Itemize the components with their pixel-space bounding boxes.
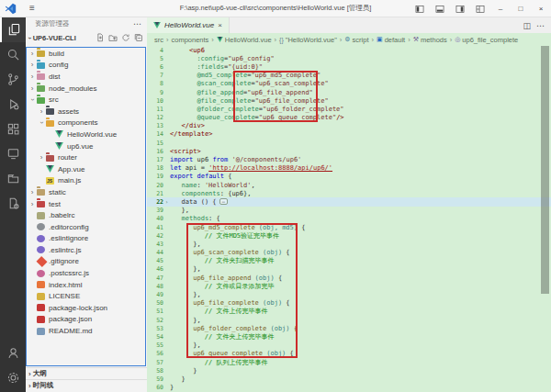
code-line-13[interactable]: 13</div>	[147, 122, 551, 130]
collapse-all-icon[interactable]	[134, 33, 143, 44]
tree-item-assets[interactable]: ›assets	[27, 106, 145, 118]
code-line-20[interactable]: 20name: 'HelloWorld',	[147, 181, 551, 189]
folded-code-pill[interactable]: ⋯	[219, 198, 229, 205]
chevron-icon[interactable]: ›	[38, 153, 45, 162]
sidebar-more-icon[interactable]: ⋯	[133, 19, 141, 28]
code-line-18[interactable]: 18let api = 'http://localhost:8888/api/u…	[147, 164, 551, 173]
code-line-19[interactable]: 19export default {	[147, 173, 551, 181]
tree-item-app-vue[interactable]: App.vue	[27, 163, 145, 175]
code-line-9[interactable]: 9@file_append="up6_file_append"	[147, 88, 551, 96]
maximize-button[interactable]: □	[511, 0, 531, 17]
code-line-8[interactable]: 8@scan_complete="up6_scan_complete"	[147, 80, 551, 88]
tree-item-package-lock-json[interactable]: package-lock.json	[27, 302, 145, 314]
code-line-42[interactable]: 42// 文件MD5验证完毕事件	[147, 231, 551, 240]
search-icon[interactable]	[0, 42, 26, 67]
code-line-46[interactable]: 46},	[147, 265, 551, 274]
code-line-6[interactable]: 6:fields="{uid:0}"	[147, 62, 551, 71]
breadcrumb-item-7[interactable]: ◎up6_file_complete	[455, 36, 518, 44]
chevron-icon[interactable]: ›	[28, 96, 37, 104]
code-line-16[interactable]: 16<script>	[147, 147, 551, 155]
tree-item--eslintignore[interactable]: .eslintignore	[27, 233, 145, 245]
code-line-52[interactable]: 52},	[147, 316, 551, 324]
code-line-54[interactable]: 54// 文件夹上传完毕事件	[147, 332, 551, 341]
customize-layout-button[interactable]	[470, 0, 490, 17]
panel-header-时间线[interactable]: ›时间线	[26, 379, 147, 391]
chevron-icon[interactable]: ›	[28, 50, 36, 58]
tree-item--gitignore[interactable]: .gitignore	[27, 256, 145, 268]
breadcrumb-item-6[interactable]: ⚒methods	[413, 36, 447, 44]
code-line-10[interactable]: 10@file_complete="up6_file_complete"	[147, 96, 551, 105]
tree-item-src[interactable]: ›src	[27, 94, 145, 106]
code-line-39[interactable]: 39},	[147, 207, 551, 215]
code-line-59[interactable]: 59}	[147, 375, 551, 383]
tree-item-build[interactable]: ›build	[27, 48, 145, 60]
breadcrumb-item-1[interactable]: components	[172, 36, 209, 44]
code-line-48[interactable]: 48// 文件或目录添加完毕	[147, 282, 551, 290]
chevron-icon[interactable]: ›	[38, 119, 46, 127]
editor-more-icon[interactable]: ⋯	[536, 21, 545, 30]
code-area[interactable]: 4<up65:config="up6_config"6:fields="{uid…	[147, 46, 551, 392]
tree-item--babelrc[interactable]: .babelrc	[27, 209, 145, 221]
refresh-icon[interactable]	[121, 33, 130, 44]
run-debug-icon[interactable]	[0, 92, 26, 117]
tree-item-test[interactable]: ›test	[27, 198, 145, 210]
code-line-11[interactable]: 11@folder_complete="up6_folder_complete"	[147, 105, 551, 113]
fold-chevron-icon[interactable]: ›	[163, 198, 170, 205]
split-editor-icon[interactable]: ◫	[523, 21, 531, 30]
tree-item--postcssrc-js[interactable]: .postcssrc.js	[27, 267, 145, 279]
code-line-22[interactable]: 22›data () {⋯	[147, 197, 551, 206]
source-control-icon[interactable]	[0, 67, 26, 92]
explorer-icon[interactable]	[0, 17, 26, 42]
code-line-51[interactable]: 51// 文件上传完毕事件	[147, 308, 551, 316]
tree-item--editorconfig[interactable]: .editorconfig	[27, 221, 145, 233]
breadcrumb-item-0[interactable]: src	[154, 36, 163, 44]
breadcrumb-item-3[interactable]: {}"HelloWorld.vue"	[279, 36, 337, 44]
breadcrumb-item-2[interactable]: HelloWorld.vue	[217, 36, 272, 44]
code-line-58[interactable]: 58}	[147, 366, 551, 375]
code-line-7[interactable]: 7@md5_complete="up6_md5_complete"	[147, 72, 551, 80]
code-line-4[interactable]: 4<up6	[147, 46, 551, 54]
chevron-icon[interactable]: ›	[28, 188, 36, 196]
tree-item-helloworld-vue[interactable]: HelloWorld.vue	[27, 129, 145, 140]
settings-gear-icon[interactable]	[0, 365, 26, 390]
code-line-12[interactable]: 12@queue_complete="up6_queue_complete"/>	[147, 114, 551, 122]
account-icon[interactable]	[0, 341, 26, 365]
chevron-icon[interactable]: ›	[38, 107, 45, 116]
tree-item-node-modules[interactable]: ›node_modules	[27, 83, 145, 95]
new-folder-icon[interactable]	[108, 33, 118, 44]
toggle-secondary-sidebar-button[interactable]	[450, 0, 470, 17]
code-line-57[interactable]: 57// 队列上传完毕事件	[147, 358, 551, 366]
docker-icon[interactable]	[0, 166, 26, 191]
chevron-icon[interactable]: ›	[28, 200, 36, 208]
tree-item-index-html[interactable]: index.html	[27, 279, 145, 291]
tab-close-icon[interactable]: ×	[218, 21, 222, 29]
tab-helloworld[interactable]: HelloWorld.vue ×	[147, 17, 230, 33]
tree-item-components[interactable]: ›components	[27, 118, 145, 129]
tree-item-package-json[interactable]: package.json	[27, 314, 145, 326]
extensions-icon[interactable]	[0, 117, 26, 141]
tree-item-dist[interactable]: ›dist	[27, 71, 145, 83]
remote-explorer-icon[interactable]	[0, 141, 26, 166]
tree-item-license[interactable]: LICENSE	[27, 290, 145, 302]
code-line-55[interactable]: 55},	[147, 342, 551, 350]
code-line-60[interactable]: 60}	[147, 384, 551, 392]
toggle-panel-button[interactable]	[430, 0, 450, 17]
tree-item-up6-vue[interactable]: up6.vue	[27, 140, 145, 152]
tree-item-main-js[interactable]: main.js	[27, 175, 145, 187]
new-file-icon[interactable]	[96, 33, 105, 44]
minimize-button[interactable]: –	[490, 0, 511, 17]
breadcrumb-item-5[interactable]: ▣default	[377, 36, 405, 44]
project-section-header[interactable]: › UP6-VUE-CLI	[26, 30, 147, 46]
menu-hamburger-icon[interactable]: ≡	[29, 4, 35, 13]
tree-item-router[interactable]: ›router	[27, 151, 145, 163]
code-line-21[interactable]: 21components: {up6},	[147, 189, 551, 197]
panel-header-大纲[interactable]: ›大纲	[26, 367, 147, 379]
tree-item--eslintrc-js[interactable]: .eslintrc.js	[27, 244, 145, 256]
code-line-15[interactable]: 15	[147, 139, 551, 147]
tree-item-static[interactable]: ›static	[27, 186, 145, 198]
code-line-43[interactable]: 43},	[147, 240, 551, 248]
tree-item-config[interactable]: ›config	[27, 60, 145, 72]
tree-item-readme-md[interactable]: README.md	[27, 325, 145, 337]
project-settings-icon[interactable]	[0, 191, 26, 216]
chevron-icon[interactable]: ›	[28, 84, 36, 93]
